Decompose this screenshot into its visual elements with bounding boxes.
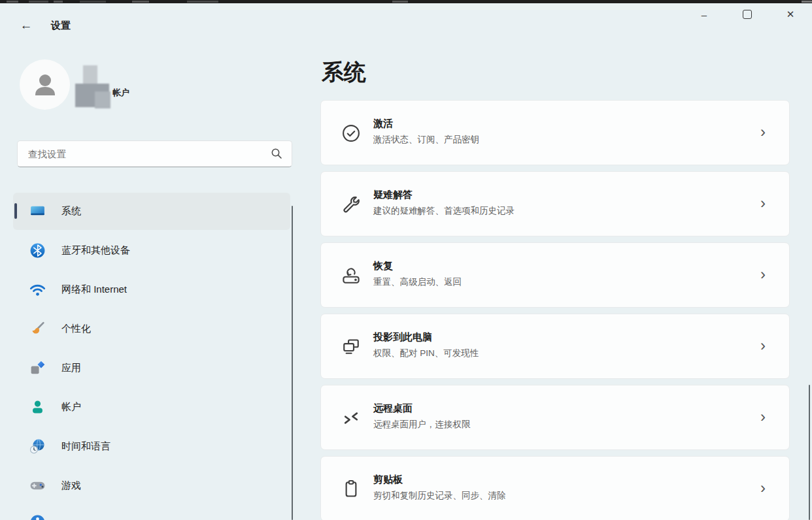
sidebar-item-label: 网络和 Internet (61, 284, 127, 296)
sidebar-item-label: 个性化 (61, 323, 91, 335)
card-projecting-to-pc[interactable]: 投影到此电脑 权限、配对 PIN、可发现性 › (320, 314, 790, 379)
bluetooth-icon (29, 242, 46, 259)
window-controls: – ✕ (683, 0, 812, 31)
sidebar-item-apps[interactable]: 应用 (13, 349, 290, 387)
user-account-label: 帐户 (112, 87, 129, 99)
main-scrollbar[interactable] (809, 385, 810, 520)
card-subtitle: 远程桌面用户，连接权限 (373, 419, 471, 431)
sidebar-item-time-language[interactable]: 时间和语言 (13, 428, 290, 465)
remote-desktop-icon (340, 407, 362, 429)
sidebar-scrollbar[interactable] (292, 206, 293, 520)
chevron-right-icon: › (760, 408, 766, 426)
chevron-right-icon: › (760, 194, 766, 212)
personalization-icon (29, 320, 46, 338)
card-title: 恢复 (373, 260, 393, 272)
project-to-pc-icon (340, 336, 362, 358)
minimize-button[interactable]: – (683, 0, 726, 29)
search-box[interactable] (17, 140, 292, 167)
sidebar-item-personalization[interactable]: 个性化 (13, 310, 290, 348)
sidebar-item-bluetooth[interactable]: 蓝牙和其他设备 (13, 232, 290, 269)
card-clipboard[interactable]: 剪贴板 剪切和复制历史记录、同步、清除 › (320, 456, 790, 520)
card-subtitle: 权限、配对 PIN、可发现性 (373, 348, 479, 359)
maximize-button[interactable] (726, 0, 769, 29)
card-troubleshoot[interactable]: 疑难解答 建议的疑难解答、首选项和历史记录 › (320, 171, 790, 236)
card-title: 投影到此电脑 (373, 331, 432, 344)
page-title: 系统 (322, 57, 366, 88)
card-activation[interactable]: 激活 激活状态、订阅、产品密钥 › (320, 100, 790, 165)
sidebar-item-gaming[interactable]: 游戏 (13, 467, 290, 504)
sidebar-item-label: 帐户 (61, 401, 81, 414)
clipboard-icon (340, 478, 362, 500)
close-button[interactable]: ✕ (769, 0, 812, 29)
troubleshoot-wrench-icon (340, 193, 362, 216)
card-title: 远程桌面 (373, 402, 413, 415)
card-title: 剪贴板 (373, 474, 403, 486)
chevron-right-icon: › (760, 123, 766, 141)
gaming-icon (29, 477, 46, 495)
sidebar-item-label: 应用 (61, 362, 81, 374)
card-subtitle: 剪切和复制历史记录、同步、清除 (373, 490, 506, 502)
sidebar-nav: 系统 蓝牙和其他设备 网络和 Internet (0, 188, 307, 520)
search-input[interactable] (27, 141, 265, 167)
accounts-icon (29, 398, 46, 416)
sidebar-item-system[interactable]: 系统 (13, 193, 290, 230)
apps-icon (29, 359, 46, 377)
sidebar-item-label: 蓝牙和其他设备 (61, 244, 130, 257)
card-title: 激活 (373, 118, 393, 130)
maximize-icon (743, 10, 752, 19)
card-subtitle: 重置、高级启动、返回 (373, 276, 462, 288)
sidebar-item-network[interactable]: 网络和 Internet (13, 271, 290, 308)
sidebar-item-label: 游戏 (61, 479, 81, 492)
activation-check-icon (340, 122, 362, 144)
redacted-username (75, 65, 113, 108)
card-remote-desktop[interactable]: 远程桌面 远程桌面用户，连接权限 › (320, 385, 790, 450)
card-recovery[interactable]: 恢复 重置、高级启动、返回 › (320, 242, 790, 308)
search-icon[interactable] (271, 148, 282, 159)
system-icon (29, 203, 46, 220)
chevron-right-icon: › (760, 336, 766, 355)
settings-window: ← 设置 – ✕ 帐户 (0, 0, 812, 520)
back-button[interactable]: ← (16, 16, 37, 35)
person-icon (30, 70, 60, 100)
card-title: 疑难解答 (373, 189, 413, 201)
accessibility-icon-partial (29, 513, 46, 520)
sidebar-item-accessibility-partial[interactable] (13, 506, 290, 520)
recovery-icon (340, 265, 362, 287)
card-subtitle: 激活状态、订阅、产品密钥 (373, 134, 479, 146)
sidebar-item-label: 系统 (61, 205, 81, 218)
app-title: 设置 (51, 20, 71, 32)
network-icon (29, 281, 46, 299)
chevron-right-icon: › (760, 265, 766, 284)
avatar[interactable] (20, 59, 70, 110)
sidebar-item-accounts[interactable]: 帐户 (13, 389, 290, 426)
sidebar-item-label: 时间和语言 (61, 440, 110, 453)
time-language-icon (29, 438, 46, 455)
selected-accent-pill (14, 203, 17, 219)
card-subtitle: 建议的疑难解答、首选项和历史记录 (373, 205, 515, 217)
chevron-right-icon: › (760, 479, 766, 497)
